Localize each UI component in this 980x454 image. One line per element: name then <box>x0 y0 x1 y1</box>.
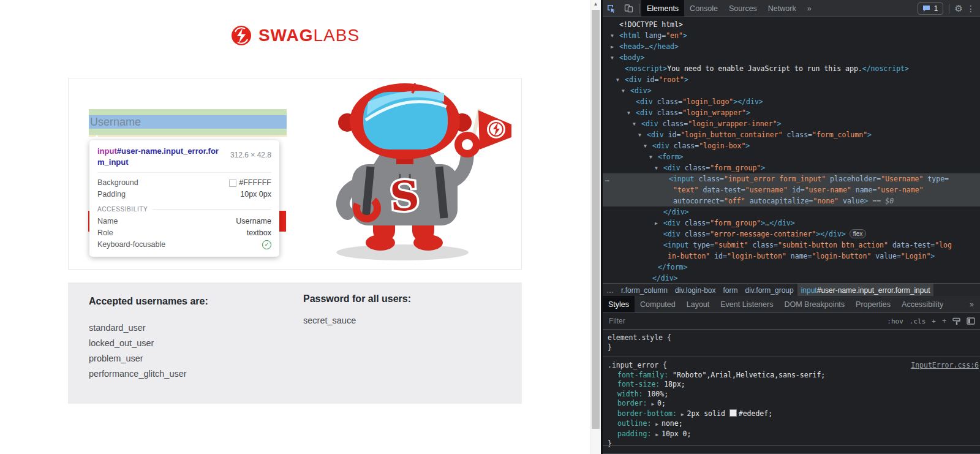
breadcrumb-item[interactable]: input#user-name.input_error.form_input <box>797 284 934 297</box>
styles-tab-accessibility[interactable]: Accessibility <box>896 296 949 312</box>
devtools-tabs: ElementsConsoleSourcesNetwork» <box>641 0 817 17</box>
dom-token: <div <box>663 164 680 172</box>
more-options-kebab-icon[interactable]: ⋮ <box>967 4 975 13</box>
dom-tree-row[interactable]: ▼<div class="form_group"> <box>603 162 980 173</box>
dom-tree-row[interactable]: </div> <box>603 206 980 218</box>
css-selector[interactable]: .input_error <box>608 361 658 369</box>
dom-tree-row[interactable]: ▼<form> <box>603 151 980 162</box>
css-property[interactable]: font-size: 18px; <box>608 380 975 390</box>
dom-tree-row[interactable]: </form> <box>603 262 980 273</box>
collapse-arrow-icon[interactable]: ▼ <box>627 108 630 119</box>
dom-token: "login-box" <box>699 142 745 150</box>
breadcrumb-item[interactable]: r.form_column <box>617 284 671 297</box>
device-toolbar-button[interactable] <box>620 1 637 17</box>
collapse-arrow-icon[interactable]: ▼ <box>616 75 619 86</box>
settings-gear-icon[interactable]: ⚙ <box>955 3 963 14</box>
css-selector[interactable]: element.style <box>608 333 663 342</box>
collapse-arrow-icon[interactable]: ▼ <box>655 163 658 174</box>
collapse-arrow-icon[interactable]: ▼ <box>622 86 625 97</box>
devtools-tab-elements[interactable]: Elements <box>641 0 684 17</box>
styles-tab-properties[interactable]: Properties <box>850 296 896 312</box>
dom-tree-row[interactable]: <input type="submit" class="submit-butto… <box>603 240 980 251</box>
dom-tree-row[interactable]: ▼<div id="root"> <box>603 74 980 85</box>
breadcrumb-item[interactable]: div.form_group <box>742 284 797 297</box>
css-property[interactable]: border-bottom: ▶ 2px solid #ededef; <box>608 409 975 420</box>
dom-tree-row[interactable]: ▼<html lang="en"> <box>603 30 980 41</box>
dom-tree-row[interactable]: </div> <box>603 273 980 284</box>
dom-tree-row[interactable]: in-button" id="login-button" name="login… <box>603 251 980 262</box>
dom-tree-row[interactable]: ▶<div class="form_group">…</div> <box>603 218 980 229</box>
filter-toggle-hov[interactable]: :hov <box>887 317 903 325</box>
dom-tree-row[interactable]: <div class="error-message-container"></d… <box>603 229 980 240</box>
css-property[interactable]: outline: ▶ none; <box>608 419 975 429</box>
css-rule-block: element.style {} <box>603 330 980 357</box>
styles-filter-input[interactable] <box>608 316 881 326</box>
stylesheet-link[interactable]: InputError.css:6 <box>911 361 979 371</box>
dom-tree-row[interactable]: "text" data-test="username" id="user-nam… <box>603 184 980 195</box>
dom-tree-row[interactable]: ▼<div class="login-box"> <box>603 140 980 151</box>
breadcrumb-item[interactable]: div.login-box <box>671 284 719 297</box>
dom-tree-row[interactable]: ▶<head>…</head> <box>603 41 980 52</box>
css-property[interactable]: padding: ▶ 10px 0; <box>608 429 975 440</box>
username-input[interactable]: Username <box>89 115 287 129</box>
styles-tab-event-listeners[interactable]: Event Listeners <box>715 296 778 312</box>
dom-tree-row[interactable]: <!DOCTYPE html> <box>603 19 980 30</box>
expand-arrow-icon[interactable]: ▶ <box>611 42 614 53</box>
dom-tree-row[interactable]: ▼<div> <box>603 85 980 96</box>
expand-arrow-icon[interactable]: ▶ <box>655 218 658 229</box>
dom-tree-row[interactable]: ▼<body> <box>603 52 980 63</box>
collapse-arrow-icon[interactable]: ▼ <box>638 130 641 141</box>
dom-tree-row[interactable]: ▼<div class="login_wrapper-inner"> <box>603 118 980 129</box>
scrollbar-up-arrow[interactable]: ▲ <box>590 1 601 7</box>
scrollbar-thumb[interactable] <box>592 10 600 429</box>
filter-toggle-cls[interactable]: .cls <box>910 317 926 325</box>
filter-toggle-[interactable]: + <box>932 317 936 325</box>
issues-counter[interactable]: 1 <box>918 2 943 15</box>
dom-token: class= <box>669 142 699 150</box>
color-swatch[interactable] <box>729 409 737 417</box>
devtools-tab-console[interactable]: Console <box>684 0 723 17</box>
styles-tab-computed[interactable]: Computed <box>635 296 681 312</box>
page-scrollbar[interactable]: ▲ <box>590 0 601 454</box>
dom-tree-row[interactable]: …<input class="input_error form_input" p… <box>603 173 980 184</box>
dom-token: value= <box>871 252 900 260</box>
devtools-tab-[interactable]: » <box>802 0 817 17</box>
breadcrumb-item[interactable]: form <box>720 284 742 297</box>
inspect-element-button[interactable] <box>603 1 620 17</box>
dom-tree-row[interactable]: <noscript>You need to enable JavaScript … <box>603 63 980 74</box>
styles-tab-dom-breakpoints[interactable]: DOM Breakpoints <box>778 296 850 312</box>
new-style-rule-button[interactable]: + <box>942 317 946 325</box>
css-property[interactable]: font-family: "Roboto",Arial,Helvetica,sa… <box>608 371 975 380</box>
dom-tree-row[interactable]: <div class="login_logo"></div> <box>603 96 980 107</box>
dom-token: > <box>683 31 687 40</box>
dom-tree-row[interactable]: ▼<div class="login_wrapper"> <box>603 107 980 118</box>
dom-token: <noscript> <box>625 64 667 73</box>
tab-overflow-chevron[interactable]: » <box>970 300 980 309</box>
css-property[interactable]: border: ▶ 0; <box>608 399 975 409</box>
more-actions-gutter[interactable]: … <box>605 173 609 184</box>
styles-tab-layout[interactable]: Layout <box>681 296 715 312</box>
collapse-arrow-icon[interactable]: ▼ <box>644 141 647 152</box>
dom-token: type= <box>689 241 715 249</box>
devtools-tab-network[interactable]: Network <box>763 0 802 17</box>
collapse-arrow-icon[interactable]: ▼ <box>611 31 614 42</box>
css-property[interactable]: width: 100%; <box>608 390 975 399</box>
styles-tab-styles[interactable]: Styles <box>603 296 635 312</box>
dom-token: autocapitalize= <box>745 197 813 205</box>
collapse-arrow-icon[interactable]: ▼ <box>649 152 652 163</box>
dom-token: </noscript> <box>862 64 909 73</box>
color-swatch <box>229 180 236 187</box>
sidebar-toggle-icon[interactable] <box>967 317 975 325</box>
robot-mascot-image: S <box>309 83 511 262</box>
collapse-arrow-icon[interactable]: ▼ <box>633 119 636 130</box>
dom-token: <form> <box>658 153 684 161</box>
dom-token: </form> <box>658 263 687 271</box>
flex-badge[interactable]: flex <box>850 229 867 238</box>
devtools-tab-sources[interactable]: Sources <box>723 0 763 17</box>
dom-tree-row[interactable]: autocorrect="off" autocapitalize="none" … <box>603 195 980 206</box>
breadcrumb-item[interactable]: … <box>603 284 617 297</box>
paint-roller-icon[interactable] <box>952 317 960 325</box>
dom-tree-row[interactable]: ▼<div id="login_button_container" class=… <box>603 129 980 140</box>
dom-token: class= <box>653 97 682 106</box>
collapse-arrow-icon[interactable]: ▼ <box>611 53 614 64</box>
